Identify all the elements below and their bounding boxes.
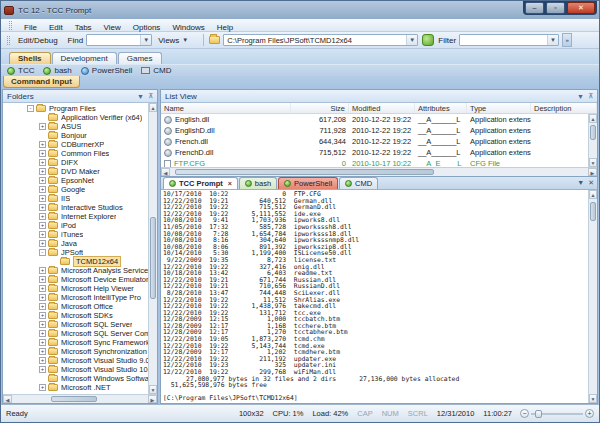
tree-item[interactable]: +Microsoft SQL Server: [3, 320, 148, 329]
expand-icon[interactable]: +: [39, 204, 46, 211]
scroll-up-icon[interactable]: ▲: [589, 190, 597, 199]
tree-item[interactable]: +Microsoft Sync Framework: [3, 338, 148, 347]
table-row[interactable]: English.dll617,2082010-12-22 19:22__A___…: [161, 114, 588, 125]
tree-item[interactable]: +Microsoft Visual Studio 10.0: [3, 365, 148, 374]
scroll-right-icon[interactable]: ▶: [588, 168, 597, 176]
expand-icon[interactable]: +: [39, 213, 46, 220]
zoom-slider[interactable]: − +: [520, 409, 594, 418]
tree-item[interactable]: +Microsoft Visual Studio 9.0: [3, 356, 148, 365]
chevron-down-icon[interactable]: ▼: [406, 35, 417, 45]
tree-item[interactable]: +Google: [3, 185, 148, 194]
pin-icon[interactable]: ⊼: [588, 92, 593, 100]
tree-item[interactable]: +Microsoft Analysis Services: [3, 266, 148, 275]
chevron-down-icon[interactable]: ▼: [577, 179, 584, 187]
tree-item[interactable]: +TCMD12x64: [3, 257, 148, 266]
expand-icon[interactable]: +: [39, 240, 46, 247]
expand-icon[interactable]: +: [39, 321, 46, 328]
expand-icon[interactable]: +: [39, 303, 46, 310]
tree-item[interactable]: +CDBurnerXP: [3, 140, 148, 149]
expand-icon[interactable]: +: [39, 177, 46, 184]
refresh-go-icon[interactable]: [422, 34, 434, 46]
console-tab-cmd[interactable]: CMD: [339, 177, 378, 189]
expand-icon[interactable]: +: [39, 285, 46, 292]
folders-vertical-scrollbar[interactable]: ▲ ▼: [148, 103, 157, 394]
tree-item[interactable]: +Microsoft Device Emulator: [3, 275, 148, 284]
column-header-attributes[interactable]: Attributes: [415, 103, 467, 113]
tree-item[interactable]: +Microsoft Windows Softwa: [3, 374, 148, 383]
expand-icon[interactable]: +: [39, 357, 46, 364]
tree-item[interactable]: +Microsoft Office: [3, 302, 148, 311]
chevron-down-icon[interactable]: ▼: [137, 93, 144, 100]
list-view-column-headers[interactable]: NameSizeModifiedAttributesTypeDescriptio…: [161, 103, 597, 114]
scroll-down-icon[interactable]: ▼: [589, 394, 597, 403]
quick-launch-powershell[interactable]: PowerShell: [81, 66, 132, 75]
expand-icon[interactable]: +: [39, 195, 46, 202]
tree-item[interactable]: +Microsoft SQL Server Comp: [3, 329, 148, 338]
close-icon[interactable]: ×: [228, 180, 232, 187]
tree-item[interactable]: +Internet Explorer: [3, 212, 148, 221]
expand-icon[interactable]: +: [39, 384, 46, 391]
tree-item[interactable]: +Microsoft SDKs: [3, 311, 148, 320]
expand-icon[interactable]: +: [39, 141, 46, 148]
expand-icon[interactable]: +: [39, 312, 46, 319]
pin-icon[interactable]: ⊼: [148, 92, 153, 100]
tab-games[interactable]: Games: [118, 52, 162, 64]
column-header-name[interactable]: Name: [161, 103, 291, 113]
scroll-right-icon[interactable]: ▶: [148, 395, 157, 403]
quick-launch-cmd[interactable]: CMD: [141, 66, 171, 75]
chevron-down-icon[interactable]: ▼: [140, 35, 151, 45]
expand-icon[interactable]: +: [39, 231, 46, 238]
tree-item[interactable]: +Microsoft IntelliType Pro: [3, 293, 148, 302]
quick-launch-bash[interactable]: bash: [43, 66, 71, 75]
tab-development[interactable]: Development: [52, 52, 117, 64]
expand-icon[interactable]: +: [39, 222, 46, 229]
column-header-modified[interactable]: Modified: [349, 103, 415, 113]
scroll-up-icon[interactable]: ▲: [589, 114, 597, 123]
expand-icon[interactable]: +: [39, 168, 46, 175]
expand-icon[interactable]: +: [39, 123, 46, 130]
expand-icon[interactable]: +: [39, 159, 46, 166]
column-header-description[interactable]: Description: [531, 103, 597, 113]
expand-icon[interactable]: +: [39, 186, 46, 193]
tree-item[interactable]: +DVD Maker: [3, 167, 148, 176]
expand-icon[interactable]: +: [39, 348, 46, 355]
tab-shells[interactable]: Shells: [9, 52, 51, 64]
tree-item[interactable]: +iPod: [3, 221, 148, 230]
close-button[interactable]: ✕: [567, 2, 595, 14]
scroll-left-icon[interactable]: ◀: [3, 395, 12, 403]
path-combobox[interactable]: C:\Program Files\JPSoft\TCMD12x64 ▼: [223, 34, 418, 46]
tree-item[interactable]: +Microsoft Synchronization: [3, 347, 148, 356]
find-input[interactable]: ▼: [86, 34, 152, 46]
maximize-button[interactable]: ▫: [546, 2, 565, 14]
expand-icon[interactable]: +: [39, 330, 46, 337]
zoom-in-icon[interactable]: +: [585, 409, 594, 418]
tree-item[interactable]: +Common Files: [3, 149, 148, 158]
folders-horizontal-scrollbar[interactable]: ◀ ▶: [3, 394, 157, 403]
tree-item[interactable]: +DIFX: [3, 158, 148, 167]
column-header-type[interactable]: Type: [467, 103, 531, 113]
zoom-slider-thumb[interactable]: [535, 410, 542, 418]
console-tab-powershell[interactable]: PowerShell: [278, 177, 338, 189]
filter-input[interactable]: ▼: [459, 34, 559, 46]
console-vertical-scrollbar[interactable]: ▲ ▼: [588, 190, 597, 403]
tree-item[interactable]: +Java: [3, 239, 148, 248]
tree-item[interactable]: +Bonjour: [3, 131, 148, 140]
tree-item[interactable]: +Microsoft Help Viewer: [3, 284, 148, 293]
collapse-icon[interactable]: -: [39, 249, 46, 256]
tree-item[interactable]: +IIS: [3, 194, 148, 203]
table-row[interactable]: FrenchD.dll715,5122010-12-22 19:22__A___…: [161, 147, 588, 158]
toolbar-overflow-button[interactable]: »: [562, 33, 572, 47]
tree-item[interactable]: +Interactive Studios: [3, 203, 148, 212]
table-row[interactable]: French.dll644,3442010-12-22 19:22__A____…: [161, 136, 588, 147]
tree-item[interactable]: +iTunes: [3, 230, 148, 239]
console-output[interactable]: 10/17/2010 10:22 0 FTP.CFG 12/22/2010 19…: [161, 190, 588, 403]
expand-icon[interactable]: +: [39, 294, 46, 301]
console-tab-bash[interactable]: bash: [239, 177, 277, 189]
expand-icon[interactable]: +: [39, 339, 46, 346]
edit-debug-button[interactable]: Edit/Debug: [14, 35, 62, 46]
list-vertical-scrollbar[interactable]: ▲ ▼: [588, 114, 597, 167]
scroll-down-icon[interactable]: ▼: [589, 158, 597, 167]
chevron-down-icon[interactable]: ▼: [577, 93, 584, 100]
minimize-button[interactable]: –: [525, 2, 544, 14]
collapse-icon[interactable]: -: [27, 105, 34, 112]
